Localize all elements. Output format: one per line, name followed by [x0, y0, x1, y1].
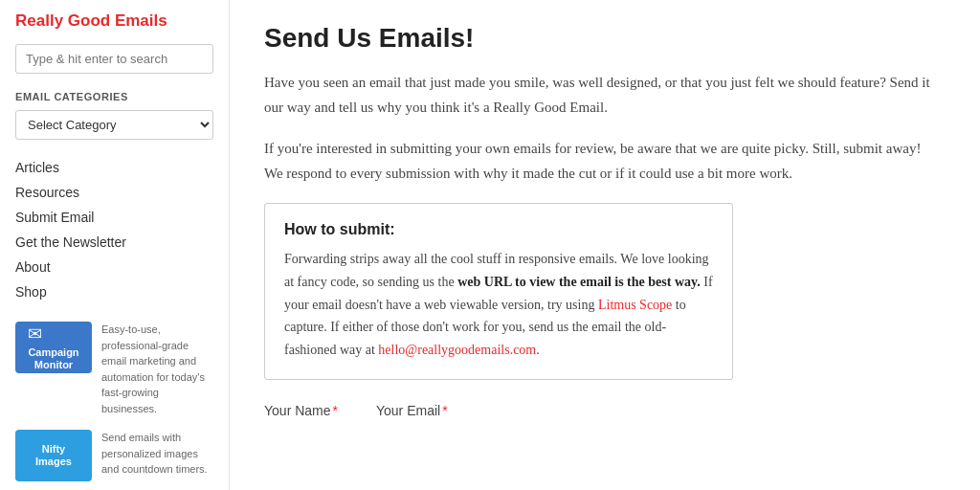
nav-link-about[interactable]: About [15, 256, 213, 278]
name-label-text: Your Name [264, 403, 331, 418]
nav-link-submit[interactable]: Submit Email [15, 207, 213, 228]
campaign-monitor-logo: ✉ CampaignMonitor [15, 322, 92, 373]
nifty-images-logo: NiftyImages [15, 430, 92, 481]
category-section-label: EMAIL CATEGORIES [15, 91, 213, 102]
form-row: Your Name* Your Email* [264, 403, 942, 419]
envelope-icon: ✉ [28, 323, 78, 345]
search-input[interactable] [15, 44, 213, 74]
email-label: Your Email* [376, 403, 448, 418]
email-field-group: Your Email* [376, 403, 448, 419]
nav-item-shop[interactable]: Shop [15, 281, 213, 302]
nav-item-about[interactable]: About [15, 256, 213, 278]
name-field-group: Your Name* [264, 403, 338, 419]
nav-links: Articles Resources Submit Email Get the … [15, 157, 213, 302]
page-layout: Really Good Emails EMAIL CATEGORIES Sele… [0, 0, 980, 490]
category-select[interactable]: Select Category Marketing Transactional … [15, 110, 213, 140]
campaign-monitor-logo-content: ✉ CampaignMonitor [28, 323, 78, 371]
submit-bold-text: web URL to view the email is the best wa… [457, 275, 701, 289]
how-to-submit-box: How to submit: Forwarding strips away al… [264, 203, 733, 380]
submit-box-body: Forwarding strips away all the cool stuf… [284, 248, 713, 362]
nav-link-resources[interactable]: Resources [15, 182, 213, 203]
email-contact-link[interactable]: hello@reallygoodemails.com [378, 343, 536, 357]
nifty-images-name: NiftyImages [35, 443, 72, 468]
ad-campaign-monitor[interactable]: ✉ CampaignMonitor Easy-to-use, professio… [15, 322, 213, 416]
site-logo: Really Good Emails [15, 11, 213, 31]
intro-paragraph-1: Have you seen an email that just made yo… [264, 71, 942, 120]
name-label: Your Name* [264, 403, 338, 418]
nav-link-shop[interactable]: Shop [15, 281, 213, 302]
campaign-monitor-description: Easy-to-use, professional-grade email ma… [101, 322, 213, 416]
nav-link-articles[interactable]: Articles [15, 157, 213, 178]
main-content: Send Us Emails! Have you seen an email t… [230, 0, 980, 490]
nav-link-newsletter[interactable]: Get the Newsletter [15, 232, 213, 253]
nav-item-articles[interactable]: Articles [15, 157, 213, 178]
intro-paragraph-2: If you're interested in submitting your … [264, 137, 942, 186]
page-title: Send Us Emails! [264, 23, 942, 54]
nav-item-resources[interactable]: Resources [15, 182, 213, 203]
submit-text-end: . [536, 343, 540, 357]
nav-item-newsletter[interactable]: Get the Newsletter [15, 232, 213, 253]
email-label-text: Your Email [376, 403, 440, 418]
ad-nifty-images[interactable]: NiftyImages Send emails with personalize… [15, 430, 213, 481]
sidebar: Really Good Emails EMAIL CATEGORIES Sele… [0, 0, 230, 490]
name-required-marker: * [333, 403, 338, 418]
submit-box-heading: How to submit: [284, 221, 713, 238]
nav-item-submit[interactable]: Submit Email [15, 207, 213, 228]
litmus-scope-link[interactable]: Litmus Scope [598, 298, 672, 312]
nifty-images-description: Send emails with personalized images and… [101, 430, 213, 478]
campaign-monitor-name: CampaignMonitor [28, 346, 78, 371]
email-required-marker: * [442, 403, 447, 418]
